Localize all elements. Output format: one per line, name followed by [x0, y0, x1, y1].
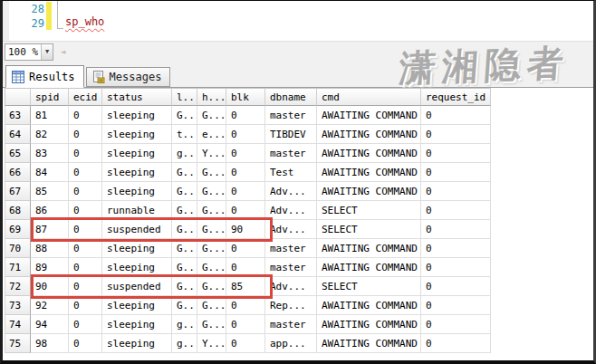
column-header-spid[interactable]: spid: [31, 88, 69, 106]
grid-cell[interactable]: G...: [172, 163, 197, 182]
column-header-ecid[interactable]: ecid: [69, 88, 102, 106]
scrollbar-left-arrow-icon[interactable]: ◄: [61, 47, 65, 56]
grid-cell[interactable]: 0: [226, 106, 265, 125]
grid-cell[interactable]: G...: [197, 239, 226, 258]
grid-cell[interactable]: G...: [197, 220, 226, 239]
grid-cell[interactable]: 86: [31, 201, 69, 220]
column-header-l[interactable]: l...: [172, 88, 197, 106]
row-header-67[interactable]: 67: [5, 182, 31, 201]
grid-cell[interactable]: 0: [226, 315, 265, 334]
grid-cell[interactable]: G...: [172, 201, 197, 220]
grid-cell[interactable]: TIBDEV: [265, 125, 317, 144]
grid-cell[interactable]: SELECT: [317, 277, 421, 296]
grid-cell[interactable]: 81: [31, 106, 69, 125]
tab-results[interactable]: Results: [5, 65, 84, 88]
grid-cell[interactable]: Y...: [197, 144, 226, 163]
row-header-73[interactable]: 73: [5, 296, 31, 315]
grid-cell[interactable]: 83: [31, 144, 69, 163]
grid-cell[interactable]: G...: [172, 277, 197, 296]
grid-cell[interactable]: Test: [265, 163, 317, 182]
code-text-sp-who[interactable]: sp_who: [65, 15, 104, 28]
grid-cell[interactable]: G...: [197, 182, 226, 201]
row-header-66[interactable]: 66: [5, 163, 31, 182]
grid-cell[interactable]: 0: [226, 201, 265, 220]
grid-cell[interactable]: 98: [31, 334, 69, 353]
grid-cell[interactable]: G...: [172, 220, 197, 239]
grid-cell[interactable]: AWAITING COMMAND: [317, 106, 421, 125]
grid-cell[interactable]: SELECT: [317, 220, 421, 239]
grid-cell[interactable]: runnable: [102, 201, 172, 220]
grid-cell[interactable]: G...: [197, 277, 226, 296]
grid-cell[interactable]: 0: [421, 125, 491, 144]
column-header-request_id[interactable]: request_id: [421, 88, 491, 106]
grid-cell[interactable]: AWAITING COMMAND: [317, 125, 421, 144]
grid-cell[interactable]: G...: [172, 239, 197, 258]
grid-cell[interactable]: AWAITING COMMAND: [317, 315, 421, 334]
grid-cell[interactable]: sleeping: [102, 182, 172, 201]
grid-cell[interactable]: sleeping: [102, 296, 172, 315]
grid-cell[interactable]: 0: [421, 163, 491, 182]
grid-cell[interactable]: 0: [69, 220, 102, 239]
grid-cell[interactable]: 0: [226, 258, 265, 277]
grid-cell[interactable]: suspended: [102, 277, 172, 296]
grid-cell[interactable]: g...: [172, 334, 197, 353]
grid-cell[interactable]: e...: [197, 125, 226, 144]
grid-cell[interactable]: master: [265, 144, 317, 163]
grid-cell[interactable]: G...: [172, 258, 197, 277]
grid-cell[interactable]: sleeping: [102, 315, 172, 334]
row-header-75[interactable]: 75: [5, 334, 31, 353]
grid-cell[interactable]: 84: [31, 163, 69, 182]
grid-cell[interactable]: 0: [226, 296, 265, 315]
grid-cell[interactable]: 0: [421, 277, 491, 296]
grid-cell[interactable]: 0: [421, 144, 491, 163]
grid-cell[interactable]: AWAITING COMMAND: [317, 182, 421, 201]
row-header-70[interactable]: 70: [5, 239, 31, 258]
grid-cell[interactable]: 0: [69, 334, 102, 353]
grid-cell[interactable]: 0: [226, 334, 265, 353]
column-header-h[interactable]: h...: [197, 88, 226, 106]
row-header-65[interactable]: 65: [5, 144, 31, 163]
grid-cell[interactable]: Adv...: [265, 182, 317, 201]
grid-cell[interactable]: AWAITING COMMAND: [317, 144, 421, 163]
row-header-71[interactable]: 71: [5, 258, 31, 277]
grid-cell[interactable]: G...: [172, 106, 197, 125]
grid-cell[interactable]: SELECT: [317, 201, 421, 220]
chevron-down-icon[interactable]: ▼: [41, 44, 53, 60]
grid-cell[interactable]: g...: [172, 144, 197, 163]
grid-cell[interactable]: g...: [172, 315, 197, 334]
grid-cell[interactable]: Adv...: [265, 277, 317, 296]
grid-cell[interactable]: master: [265, 106, 317, 125]
grid-cell[interactable]: Adv...: [265, 220, 317, 239]
grid-cell[interactable]: AWAITING COMMAND: [317, 163, 421, 182]
grid-cell[interactable]: master: [265, 258, 317, 277]
grid-cell[interactable]: 90: [226, 220, 265, 239]
grid-cell[interactable]: sleeping: [102, 239, 172, 258]
grid-cell[interactable]: 92: [31, 296, 69, 315]
grid-cell[interactable]: 0: [69, 277, 102, 296]
column-header-blk[interactable]: blk: [226, 88, 265, 106]
grid-cell[interactable]: 0: [69, 258, 102, 277]
grid-cell[interactable]: 0: [421, 182, 491, 201]
grid-cell[interactable]: AWAITING COMMAND: [317, 239, 421, 258]
grid-cell[interactable]: 85: [226, 277, 265, 296]
grid-cell[interactable]: 0: [226, 125, 265, 144]
select-all-corner[interactable]: [5, 88, 31, 106]
grid-cell[interactable]: 0: [421, 220, 491, 239]
grid-cell[interactable]: Y...: [197, 334, 226, 353]
grid-cell[interactable]: Adv...: [265, 201, 317, 220]
grid-cell[interactable]: 0: [69, 201, 102, 220]
grid-cell[interactable]: G...: [197, 315, 226, 334]
grid-cell[interactable]: 0: [421, 258, 491, 277]
grid-cell[interactable]: 90: [31, 277, 69, 296]
grid-cell[interactable]: app...: [265, 334, 317, 353]
grid-cell[interactable]: sleeping: [102, 163, 172, 182]
grid-cell[interactable]: 0: [226, 182, 265, 201]
tab-messages[interactable]: Messages: [86, 67, 171, 87]
row-header-63[interactable]: 63: [5, 106, 31, 125]
grid-cell[interactable]: 0: [421, 315, 491, 334]
grid-cell[interactable]: G...: [197, 201, 226, 220]
grid-cell[interactable]: t...: [172, 125, 197, 144]
grid-cell[interactable]: G...: [197, 163, 226, 182]
row-header-72[interactable]: 72: [5, 277, 31, 296]
column-header-dbname[interactable]: dbname: [265, 88, 317, 106]
